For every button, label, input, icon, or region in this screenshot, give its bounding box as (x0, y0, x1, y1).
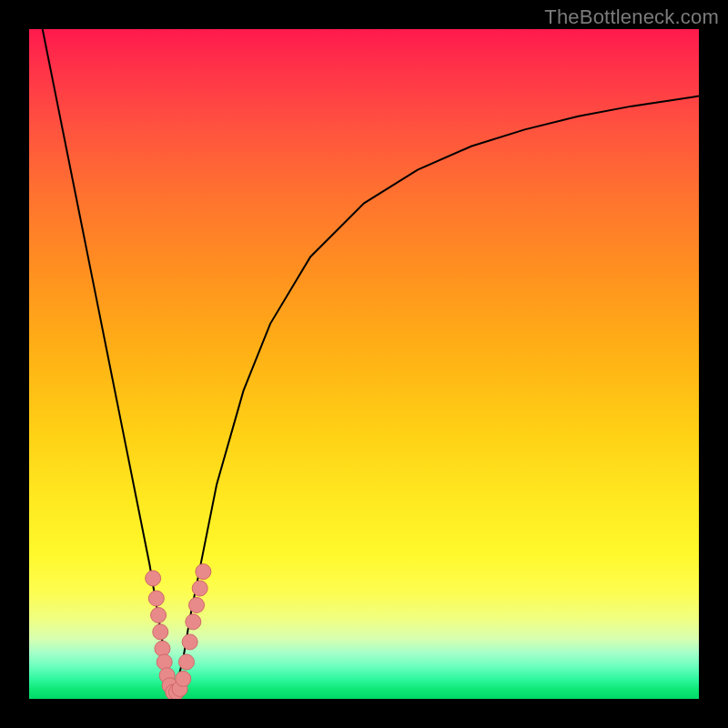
marker-beads (146, 564, 211, 699)
marker-bead (182, 634, 197, 650)
marker-bead (151, 608, 167, 623)
marker-bead (189, 597, 205, 612)
curve-right-branch (173, 96, 699, 699)
marker-bead (196, 564, 211, 580)
marker-bead (176, 671, 191, 686)
marker-bead (157, 654, 172, 670)
marker-bead (155, 641, 170, 656)
chart-frame: TheBottleneck.com (0, 0, 728, 728)
marker-bead (192, 581, 207, 596)
chart-svg (29, 29, 699, 699)
marker-bead (148, 591, 164, 606)
plot-area (29, 29, 699, 699)
marker-bead (178, 654, 194, 670)
marker-bead (153, 624, 168, 640)
right-branch-path (173, 96, 699, 699)
marker-bead (146, 571, 161, 586)
watermark-text: TheBottleneck.com (544, 5, 719, 29)
marker-bead (186, 614, 201, 630)
